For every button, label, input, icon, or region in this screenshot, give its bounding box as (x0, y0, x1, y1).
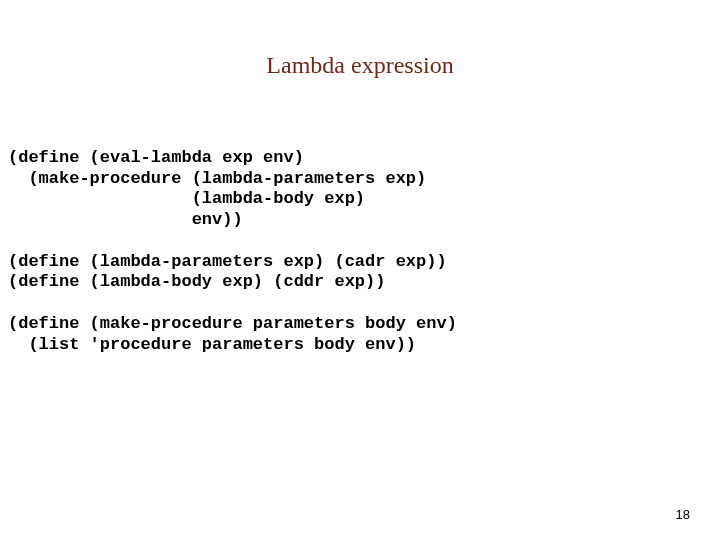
code-line: (make-procedure (lambda-parameters exp) (8, 169, 426, 188)
page-number: 18 (676, 507, 690, 522)
slide: Lambda expression (define (eval-lambda e… (0, 0, 720, 540)
code-line: (lambda-body exp) (8, 189, 365, 208)
code-line: (define (make-procedure parameters body … (8, 314, 457, 333)
code-line: env)) (8, 210, 243, 229)
code-line: (define (eval-lambda exp env) (8, 148, 304, 167)
code-line: (define (lambda-body exp) (cddr exp)) (8, 272, 385, 291)
slide-title: Lambda expression (0, 52, 720, 79)
code-line: (list 'procedure parameters body env)) (8, 335, 416, 354)
code-line: (define (lambda-parameters exp) (cadr ex… (8, 252, 447, 271)
code-block: (define (eval-lambda exp env) (make-proc… (8, 148, 712, 355)
